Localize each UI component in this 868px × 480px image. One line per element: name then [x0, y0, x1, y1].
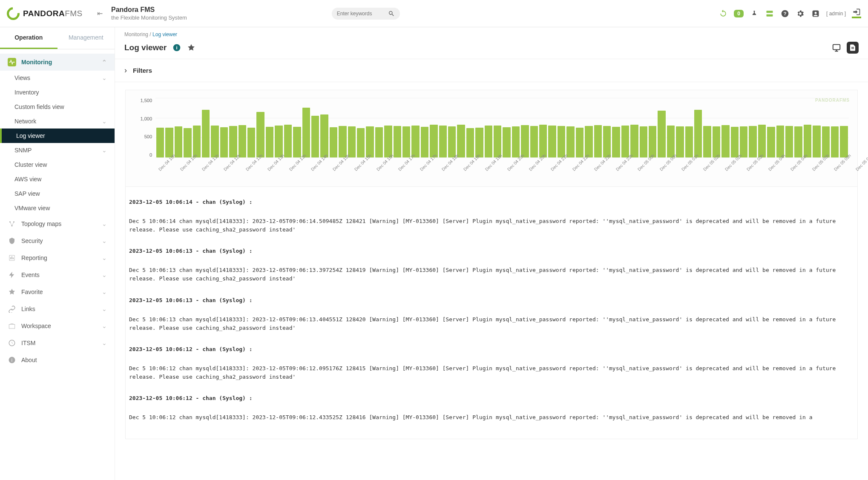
events-icon — [8, 271, 16, 279]
tab-management[interactable]: Management — [57, 27, 115, 49]
alert-count-badge[interactable]: 0 — [734, 10, 744, 17]
user-label[interactable]: [ admin ] — [826, 11, 846, 17]
chart-bar — [330, 127, 337, 157]
sidebar-item-security[interactable]: Security⌄ — [0, 232, 115, 249]
bar-chart: 1,5001,0005000 — [155, 98, 849, 157]
topology-maps-icon — [8, 220, 16, 228]
svg-rect-15 — [833, 45, 840, 50]
chevron-down-icon: ⌄ — [102, 306, 107, 312]
chart-bar — [211, 126, 218, 157]
chart-bar — [758, 125, 766, 157]
log-entry-body: Dec 5 10:06:13 chan mysqld[1418333]: 202… — [129, 266, 854, 283]
log-entry: 2023-12-05 10:06:14 - chan (Syslog) :Dec… — [128, 194, 855, 243]
chart-bar — [184, 128, 191, 157]
chart-bar — [603, 126, 611, 157]
svg-point-5 — [814, 11, 816, 14]
sidebar-item-inventory[interactable]: Inventory — [0, 85, 115, 100]
info-icon[interactable]: i — [172, 43, 181, 52]
sidebar: Operation Management Monitoring ⌃ Views⌄… — [0, 27, 115, 480]
search-icon[interactable] — [388, 10, 395, 17]
sidebar-item-cluster-view[interactable]: Cluster view — [0, 157, 115, 172]
y-tick: 0 — [149, 152, 152, 157]
y-tick: 1,000 — [140, 116, 152, 121]
security-icon — [8, 237, 16, 245]
chart-bar — [685, 126, 693, 157]
chart-bar — [740, 126, 747, 157]
server-status-icon[interactable] — [765, 9, 774, 18]
sidebar-item-workspace[interactable]: Workspace⌄ — [0, 317, 115, 334]
chart-bar — [776, 126, 784, 157]
chevron-down-icon: ⌄ — [102, 340, 107, 346]
sidebar-item-views[interactable]: Views⌄ — [0, 71, 115, 85]
gear-icon[interactable] — [796, 9, 805, 18]
monitoring-icon — [8, 58, 16, 66]
chart-bar — [667, 126, 675, 157]
sidebar-item-monitoring[interactable]: Monitoring ⌃ — [0, 54, 115, 71]
chart-bar — [302, 108, 310, 157]
sidebar-item-itsm[interactable]: ITSM⌄ — [0, 334, 115, 351]
filters-bar[interactable]: › Filters — [115, 59, 868, 82]
brand-subtitle: the Flexible Monitoring System — [111, 14, 187, 21]
sidebar-item-topology-maps[interactable]: Topology maps⌄ — [0, 215, 115, 232]
chart-bar — [247, 128, 255, 157]
svg-rect-1 — [766, 14, 773, 16]
chart-bar — [339, 126, 346, 157]
breadcrumb-current[interactable]: Log viewer — [152, 31, 177, 37]
chart-bar — [165, 128, 173, 157]
chart-bar — [394, 126, 401, 157]
search-input[interactable] — [337, 11, 388, 17]
chart-bar — [713, 126, 720, 157]
help-icon[interactable]: ? — [780, 9, 790, 18]
display-mode-icon[interactable] — [831, 42, 842, 54]
svg-text:?: ? — [783, 11, 786, 16]
reporting-icon — [8, 254, 16, 262]
chart-bar — [202, 110, 210, 157]
log-entry: 2023-12-05 10:06:12 - chan (Syslog) :Dec… — [128, 342, 855, 391]
itsm-icon — [8, 339, 16, 347]
chart-bar — [430, 125, 437, 157]
sidebar-item-log-viewer[interactable]: Log viewer — [0, 129, 115, 143]
logout-icon[interactable] — [852, 9, 861, 18]
sidebar-item-events[interactable]: Events⌄ — [0, 266, 115, 283]
chart-bar — [539, 125, 547, 157]
app-header: PANDORAFMS ⇤ Pandora FMS the Flexible Mo… — [0, 0, 868, 27]
chart-bar — [239, 125, 246, 157]
chevron-down-icon: ⌄ — [102, 74, 107, 81]
collapse-sidebar-icon[interactable]: ⇤ — [97, 9, 103, 17]
search-box[interactable] — [332, 8, 400, 20]
brand-block: Pandora FMS the Flexible Monitoring Syst… — [111, 6, 187, 21]
chart-bar — [311, 116, 319, 157]
chart-bar — [822, 126, 830, 157]
log-entry-header: 2023-12-05 10:06:13 - chan (Syslog) : — [129, 297, 854, 303]
y-tick: 500 — [144, 134, 152, 139]
page-title: Log viewer — [124, 43, 167, 52]
chart-bar — [630, 125, 638, 157]
sidebar-item-network[interactable]: Network⌄ — [0, 114, 115, 129]
chart-bar — [375, 127, 383, 157]
export-icon[interactable] — [847, 42, 859, 54]
sidebar-item-about[interactable]: iAbout — [0, 351, 115, 369]
sidebar-item-custom-fields-view[interactable]: Custom fields view — [0, 100, 115, 114]
user-icon[interactable] — [811, 9, 820, 18]
breadcrumb-root[interactable]: Monitoring — [124, 31, 148, 37]
svg-rect-9 — [9, 324, 15, 329]
chart-bar — [566, 126, 574, 157]
sidebar-item-aws-view[interactable]: AWS view — [0, 172, 115, 186]
chart-bar — [649, 126, 656, 157]
tab-operation[interactable]: Operation — [0, 27, 57, 49]
chart-bar — [457, 125, 465, 157]
chart-bar — [576, 128, 583, 157]
svg-rect-0 — [766, 11, 773, 13]
sidebar-item-snmp[interactable]: SNMP⌄ — [0, 143, 115, 157]
sidebar-item-reporting[interactable]: Reporting⌄ — [0, 249, 115, 266]
sidebar-item-links[interactable]: Links⌄ — [0, 300, 115, 317]
sidebar-item-sap-view[interactable]: SAP view — [0, 186, 115, 201]
workspace-icon — [8, 322, 16, 330]
main-content: Monitoring / Log viewer Log viewer i › F… — [115, 27, 868, 480]
pin-icon[interactable] — [750, 9, 759, 18]
sidebar-item-vmware-view[interactable]: VMware view — [0, 201, 115, 215]
refresh-icon[interactable] — [719, 9, 728, 18]
favorite-icon — [8, 288, 16, 296]
sidebar-item-favorite[interactable]: Favorite⌄ — [0, 283, 115, 300]
star-icon[interactable] — [187, 43, 195, 52]
